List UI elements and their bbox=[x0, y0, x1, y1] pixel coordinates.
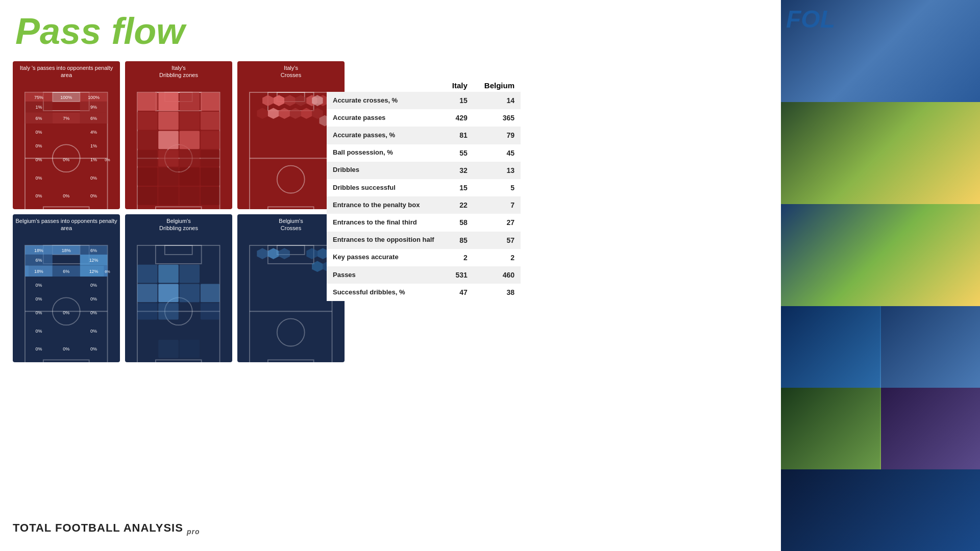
svg-marker-80 bbox=[257, 108, 268, 119]
stats-row-11: Successful dribbles, % 47 38 bbox=[327, 284, 521, 301]
stat-italy: 429 bbox=[443, 109, 474, 127]
page-title: Pass flow bbox=[15, 10, 185, 52]
svg-marker-153 bbox=[257, 248, 268, 259]
svg-marker-74 bbox=[262, 95, 274, 106]
stat-italy: 15 bbox=[443, 92, 474, 109]
svg-text:0%: 0% bbox=[90, 283, 97, 288]
svg-text:0%: 0% bbox=[36, 176, 42, 181]
italy-passes-title: Italy 's passes into opponents penalty a… bbox=[13, 61, 120, 80]
svg-text:0%: 0% bbox=[36, 283, 42, 288]
photo-4 bbox=[781, 306, 980, 388]
stat-italy: 15 bbox=[443, 179, 474, 196]
stat-label: Successful dribbles, % bbox=[327, 284, 443, 301]
svg-text:6%: 6% bbox=[105, 270, 111, 274]
svg-rect-47 bbox=[137, 112, 158, 130]
svg-text:6%: 6% bbox=[63, 269, 70, 274]
stats-table: Italy Belgium Accurate crosses, % 15 14 … bbox=[327, 79, 521, 301]
stat-italy: 22 bbox=[443, 196, 474, 214]
svg-text:0%: 0% bbox=[36, 347, 42, 352]
svg-text:6%: 6% bbox=[90, 116, 97, 121]
svg-text:18%: 18% bbox=[34, 269, 43, 274]
svg-rect-144 bbox=[180, 340, 200, 358]
svg-rect-44 bbox=[158, 92, 179, 111]
stats-row-9: Key passes accurate 2 2 bbox=[327, 249, 521, 266]
svg-text:0%: 0% bbox=[36, 329, 42, 334]
svg-text:0%: 0% bbox=[90, 176, 97, 181]
svg-text:0%: 0% bbox=[105, 158, 111, 162]
svg-rect-41 bbox=[156, 207, 202, 209]
svg-text:4%: 4% bbox=[90, 130, 97, 135]
svg-text:0%: 0% bbox=[36, 296, 42, 302]
svg-rect-51 bbox=[137, 131, 158, 149]
stat-italy: 85 bbox=[443, 232, 474, 249]
svg-text:0%: 0% bbox=[90, 347, 97, 352]
svg-text:6%: 6% bbox=[36, 258, 42, 263]
svg-text:1%: 1% bbox=[90, 157, 97, 162]
svg-rect-137 bbox=[158, 284, 179, 302]
svg-rect-135 bbox=[180, 265, 200, 283]
svg-text:0%: 0% bbox=[90, 310, 97, 315]
svg-rect-49 bbox=[180, 112, 200, 130]
svg-text:18%: 18% bbox=[34, 248, 43, 253]
stat-label: Dribbles bbox=[327, 162, 443, 179]
svg-rect-46 bbox=[201, 92, 220, 111]
stats-row-6: Entrance to the penalty box 22 7 bbox=[327, 196, 521, 214]
col-header-metric bbox=[327, 79, 443, 92]
stat-label: Ball possession, % bbox=[327, 144, 443, 162]
svg-marker-156 bbox=[307, 248, 318, 259]
col-header-belgium: Belgium bbox=[474, 79, 521, 92]
svg-text:9%: 9% bbox=[90, 105, 97, 110]
svg-rect-142 bbox=[201, 303, 220, 319]
svg-text:12%: 12% bbox=[89, 258, 99, 263]
svg-text:0%: 0% bbox=[36, 143, 42, 148]
italy-passes-card: Italy 's passes into opponents penalty a… bbox=[13, 61, 120, 209]
svg-text:1%: 1% bbox=[36, 105, 42, 110]
stat-italy: 47 bbox=[443, 284, 474, 301]
svg-marker-81 bbox=[268, 108, 279, 119]
svg-text:12%: 12% bbox=[89, 269, 99, 274]
belgium-passes-title: Belgium's passes into opponents penalty … bbox=[13, 214, 120, 233]
stat-label: Accurate passes bbox=[327, 109, 443, 127]
stat-belgium: 57 bbox=[474, 232, 521, 249]
italy-dribbling-field bbox=[125, 80, 232, 209]
logo-main-text: TOTAL FOOTBALL ANALYSIS bbox=[13, 521, 183, 534]
stat-italy: 32 bbox=[443, 162, 474, 179]
stats-row-3: Ball possession, % 55 45 bbox=[327, 144, 521, 162]
svg-rect-66 bbox=[201, 187, 220, 205]
belgium-dribbling-field bbox=[125, 233, 232, 362]
svg-rect-139 bbox=[201, 284, 220, 302]
stat-belgium: 45 bbox=[474, 144, 521, 162]
stat-label: Key passes accurate bbox=[327, 249, 443, 266]
svg-rect-103 bbox=[25, 266, 29, 277]
svg-text:0%: 0% bbox=[36, 130, 42, 135]
photo-2 bbox=[781, 102, 980, 204]
svg-marker-82 bbox=[279, 108, 290, 119]
svg-rect-140 bbox=[137, 303, 158, 319]
svg-text:7%: 7% bbox=[63, 116, 70, 121]
stats-row-0: Accurate crosses, % 15 14 bbox=[327, 92, 521, 109]
belgium-passes-card: Belgium's passes into opponents penalty … bbox=[13, 214, 120, 362]
svg-marker-75 bbox=[274, 95, 285, 106]
stats-row-7: Entrances to the final third 58 27 bbox=[327, 214, 521, 231]
svg-rect-130 bbox=[165, 245, 192, 255]
photo-3 bbox=[781, 204, 980, 306]
belgium-passes-field: 18% 18% 6% 6% 12% 18% 6% 12% 6% 0% 0% 0%… bbox=[13, 233, 120, 362]
stat-italy: 81 bbox=[443, 127, 474, 144]
photo-collage: FOL bbox=[781, 0, 980, 551]
svg-marker-76 bbox=[284, 95, 296, 106]
italy-crosses-title: Italy'sCrosses bbox=[279, 61, 303, 80]
svg-rect-64 bbox=[158, 187, 179, 205]
svg-text:0%: 0% bbox=[63, 310, 70, 315]
svg-text:0%: 0% bbox=[63, 157, 70, 162]
svg-text:100%: 100% bbox=[61, 95, 72, 100]
stat-belgium: 79 bbox=[474, 127, 521, 144]
stat-italy: 2 bbox=[443, 249, 474, 266]
svg-text:1%: 1% bbox=[90, 143, 97, 148]
svg-rect-93 bbox=[43, 360, 89, 362]
belgium-dribbling-card: Belgium'sDribbling zones bbox=[125, 214, 232, 362]
stat-label: Entrances to the final third bbox=[327, 214, 443, 231]
svg-rect-131 bbox=[156, 360, 202, 362]
svg-text:0%: 0% bbox=[36, 310, 42, 315]
svg-rect-136 bbox=[137, 284, 158, 302]
svg-rect-72 bbox=[268, 207, 314, 209]
